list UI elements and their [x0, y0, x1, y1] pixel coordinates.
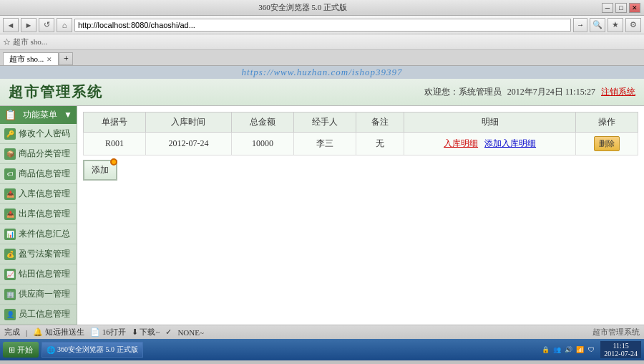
sidebar-item-label-5: 来件信息汇总: [19, 228, 70, 240]
home-button[interactable]: ⌂: [57, 18, 72, 32]
browser-toolbar2: ☆ 超市 sho...: [0, 34, 644, 50]
tray-icon-1: 🔒: [540, 345, 550, 355]
tray-icon-2: 👥: [552, 345, 562, 355]
password-icon: 🔑: [4, 128, 16, 140]
sidebar-item-label-3: 入库信息管理: [19, 188, 70, 200]
tray-icon-3: 🔊: [563, 345, 573, 355]
tab-close-icon[interactable]: ✕: [47, 56, 52, 63]
tray-icon-4: 📶: [575, 345, 585, 355]
sidebar-item-label-1: 商品分类管理: [19, 148, 70, 160]
cell-detail: 入库明细 添加入库明细: [404, 133, 576, 155]
tab-main[interactable]: 超市 sho... ✕: [3, 52, 59, 65]
start-button[interactable]: ⊞ 开始: [3, 342, 39, 358]
tray-icon-5: 🛡: [586, 345, 596, 355]
summary-icon: 📊: [4, 229, 16, 240]
col-header-amount: 总金额: [231, 112, 293, 133]
status-item-3: ⬇ 下载~: [132, 327, 160, 337]
cell-action: 删除: [575, 133, 638, 155]
sidebar: 📋 功能菜单 ▼ 🔑 修改个人密码 📦 商品分类管理 🏷 商品信息管理 📥 入库…: [0, 106, 77, 325]
sidebar-item-label-7: 钻田信息管理: [19, 268, 70, 280]
refresh-button[interactable]: ↺: [39, 18, 54, 32]
sidebar-header-icon: 📋: [4, 109, 16, 121]
status-separator: |: [26, 328, 27, 337]
clock-time: 11:15: [604, 342, 638, 350]
detail-link-add[interactable]: 添加入库明细: [484, 138, 536, 148]
tab-bar: 超市 sho... ✕ +: [0, 50, 644, 66]
search-button[interactable]: 🔍: [590, 18, 605, 32]
sidebar-header-label: 功能菜单: [23, 109, 57, 121]
status-item-1: 🔔 知远推送生: [33, 327, 84, 337]
detail-link-inbound[interactable]: 入库明细: [444, 138, 478, 148]
delete-button[interactable]: 删除: [594, 136, 620, 151]
col-header-detail: 明细: [404, 112, 576, 133]
app-title: 超市管理系统: [9, 82, 103, 102]
sidebar-item-employee[interactable]: 👤 员工信息管理: [0, 305, 77, 325]
col-header-note: 备注: [356, 112, 404, 133]
inbound-icon: 📥: [4, 188, 16, 200]
col-header-id: 单据号: [84, 112, 146, 133]
tab-label: 超市 sho...: [9, 54, 44, 64]
favorites-button[interactable]: ★: [608, 18, 623, 32]
profit-icon: 💰: [4, 249, 16, 260]
sidebar-item-sales[interactable]: 📈 钻田信息管理: [0, 264, 77, 284]
sidebar-item-category[interactable]: 📦 商品分类管理: [0, 144, 77, 164]
col-header-date: 入库时间: [146, 112, 232, 133]
tools-button[interactable]: ⚙: [625, 18, 641, 32]
status-text: 完成: [4, 327, 20, 337]
sidebar-item-label-8: 供应商一管理: [19, 288, 70, 300]
taskbar-app-browser[interactable]: 🌐 360安全浏览器 5.0 正式版: [42, 342, 143, 358]
add-btn-area: 添加: [83, 160, 638, 181]
taskbar-right: 🔒 👥 🔊 📶 🛡 11:15 2012-07-24: [540, 341, 641, 358]
close-button[interactable]: ✕: [629, 3, 640, 13]
go-button[interactable]: →: [573, 18, 587, 32]
status-item-2: 📄 16打开: [90, 327, 126, 337]
browser-taskbar-icon: 🌐: [47, 346, 55, 354]
col-header-action: 操作: [575, 112, 638, 133]
minimize-button[interactable]: ─: [602, 3, 613, 13]
new-tab-button[interactable]: +: [59, 52, 73, 65]
browser-title-bar: 360安全浏览器 5.0 正式版 ─ □ ✕: [0, 0, 644, 16]
sidebar-item-label-0: 修改个人密码: [19, 128, 70, 140]
supplier-icon: 🏢: [4, 289, 16, 300]
sidebar-item-profit[interactable]: 💰 盈亏法案管理: [0, 244, 77, 264]
sidebar-item-summary[interactable]: 📊 来件信息汇总: [0, 224, 77, 244]
sales-icon: 📈: [4, 269, 16, 280]
col-header-handler: 经手人: [293, 112, 356, 133]
back-button[interactable]: ◄: [3, 18, 19, 32]
outbound-icon: 📤: [4, 209, 16, 220]
sidebar-item-inbound[interactable]: 📥 入库信息管理: [0, 184, 77, 204]
status-bar: 完成 | 🔔 知远推送生 📄 16打开 ⬇ 下载~ ✓ NONE~ 超市管理系统: [0, 325, 644, 339]
sidebar-item-label-2: 商品信息管理: [19, 168, 70, 180]
sidebar-item-supplier[interactable]: 🏢 供应商一管理: [0, 284, 77, 305]
address-bar[interactable]: [74, 19, 571, 32]
sidebar-item-label-9: 员工信息管理: [19, 308, 70, 320]
forward-button[interactable]: ►: [21, 18, 36, 32]
windows-icon: ⊞: [9, 345, 15, 355]
sidebar-header: 📋 功能菜单 ▼: [0, 106, 77, 124]
favorites-label: ☆ 超市 sho...: [3, 37, 47, 47]
window-controls: ─ □ ✕: [602, 3, 640, 13]
sidebar-item-password[interactable]: 🔑 修改个人密码: [0, 124, 77, 144]
cursor-indicator: [110, 158, 117, 166]
logout-button[interactable]: 注销系统: [601, 86, 635, 98]
cell-date: 2012-07-24: [146, 133, 232, 155]
status-item-4: ✓: [165, 327, 172, 337]
welcome-text: 欢迎您：系统管理员: [424, 86, 502, 98]
browser-toolbar: ◄ ► ↺ ⌂ → 🔍 ★ ⚙: [0, 16, 644, 34]
employee-icon: 👤: [4, 309, 16, 320]
sidebar-item-outbound[interactable]: 📤 出库信息管理: [0, 204, 77, 224]
clock-date: 2012-07-24: [604, 350, 638, 358]
sidebar-collapse-icon[interactable]: ▼: [64, 110, 72, 120]
add-inbound-button[interactable]: 添加: [83, 160, 117, 181]
app-header-right: 欢迎您：系统管理员 2012年7月24日 11:15:27 注销系统: [424, 86, 635, 98]
browser-taskbar-label: 360安全浏览器 5.0 正式版: [57, 345, 138, 355]
taskbar: ⊞ 开始 🌐 360安全浏览器 5.0 正式版 🔒 👥 🔊 📶 🛡 11:15 …: [0, 339, 644, 360]
status-item-5: NONE~: [177, 328, 204, 337]
datetime-text: 2012年7月24日 11:15:27: [507, 86, 595, 98]
watermark-bar: https://www.huzhan.com/ishop39397: [0, 66, 644, 79]
cell-amount: 10000: [231, 133, 293, 155]
app-header: 超市管理系统 欢迎您：系统管理员 2012年7月24日 11:15:27 注销系…: [0, 79, 644, 106]
tray-icons: 🔒 👥 🔊 📶 🛡: [540, 345, 596, 355]
sidebar-item-product[interactable]: 🏷 商品信息管理: [0, 164, 77, 184]
maximize-button[interactable]: □: [615, 3, 627, 13]
